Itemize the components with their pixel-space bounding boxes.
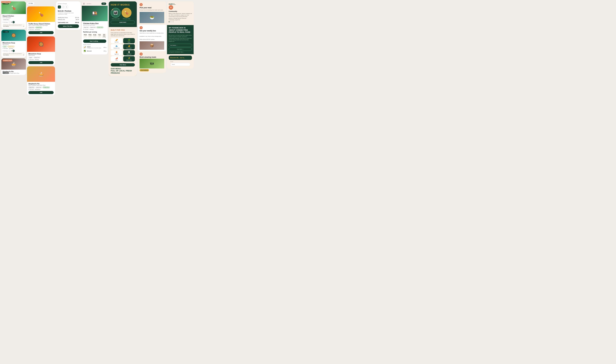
add-shepherds-btn[interactable]: Add: [28, 91, 54, 94]
nut-energy-label: Energy: [103, 37, 106, 38]
spicy-icon: 🌶️: [115, 57, 118, 59]
filter-button[interactable]: ⚙ Filter: [27, 2, 35, 5]
filter-nut-free[interactable]: 🥜 Nut-Free: [111, 38, 123, 43]
back-nav[interactable]: ← All Menu: [86, 3, 91, 4]
our-menu-title: OUR MENU:FULL OF LOCAL FRESHPRODUCE: [111, 68, 135, 74]
step2-label: Pick your meal: [123, 18, 130, 19]
free-seafood-badge: Free Seafood: [140, 69, 149, 71]
servings-ctrl-minestrone[interactable]: − 2 +: [8, 50, 15, 52]
broccoli-name: Broccoli: [87, 50, 103, 52]
meal-info-glazed: Glazed Chicken and Asparagus Protein Plu…: [1, 14, 26, 28]
num-options-row: 2 4 5: [58, 5, 79, 9]
ingredient-section: Finely chopped 🥕 Carrot Chopped into 1.5…: [83, 44, 106, 52]
filter-spicy[interactable]: 🌶️ Spicy: [111, 56, 123, 62]
protein-select-2[interactable]: No, thanks ▾: [3, 54, 24, 56]
increase-servings-btn-2[interactable]: +: [13, 50, 15, 52]
amazing-meals-image: 🍽: [140, 59, 164, 68]
nut-salt: 0.3g Salt: [97, 33, 102, 38]
add-minestrone-btn[interactable]: Add: [28, 61, 54, 64]
price-line-delivery: Delivery Fee $9.90: [58, 19, 79, 20]
vegan-icon: 🌿: [128, 39, 130, 41]
filter-seafood-free[interactable]: 🐟 Seafood-Free: [111, 44, 123, 49]
start-cooking-button[interactable]: Start Cooking →: [83, 39, 106, 43]
filter-label: Filter: [30, 3, 33, 4]
decrease-servings-btn-2[interactable]: −: [8, 50, 11, 52]
shepherds-body: Shepherd's Pie With Cheddar Mash Bok Cho…: [27, 82, 55, 95]
minestrone-image: 🥘: [27, 36, 55, 52]
servings-label: 2 Servings: [2, 22, 8, 23]
our-menu-section: OUR MENU:FULL OF LOCAL FRESHPRODUCE: [111, 68, 135, 74]
chevron-down-icon-2: ▾: [23, 54, 24, 56]
num-opt-5[interactable]: 5: [65, 5, 68, 9]
filter-pescatarian[interactable]: 🐠 Pescatarian: [123, 44, 135, 49]
meal-card-glazed-chicken: 🍗 ✓ In Box Glazed Chicken and Asparagus …: [1, 1, 26, 28]
dot-4[interactable]: [173, 21, 174, 22]
menu-col2: ⚙ Filter 🍗 New Truffle Honey Glazed Chic…: [27, 1, 55, 95]
menu-card-truffle-chicken: 🍗 New Truffle Honey Glazed Chicken With …: [27, 6, 55, 35]
dot-1[interactable]: [169, 21, 169, 22]
dairy-icon: 🥛: [128, 51, 130, 53]
our-values-section: OUR V... ♥ Community Being a Perth-based…: [167, 1, 194, 25]
num-opt-2[interactable]: 2: [58, 5, 61, 9]
tag-vegan-2: Vegan: [28, 57, 33, 58]
servings-count-2: 2: [11, 50, 12, 52]
get-started-button[interactable]: Get Started →: [169, 44, 192, 47]
seafood-icon: 🐟: [115, 45, 118, 47]
step1-label: Select your plan: [112, 18, 120, 19]
diet-tags-minestrone: Vegan Gluten-Free: [2, 46, 25, 47]
step3-section: 3 Get your weekly box Select two or more…: [138, 25, 166, 51]
learn-more-button[interactable]: Learn more: [111, 21, 135, 24]
tag-protein-plus-1: Protein Plus: [35, 27, 42, 28]
carrot-info: Carrot Chopped into 1.5 cm thick strips: [87, 46, 103, 48]
servings-label-2: 2 Servings: [2, 50, 8, 52]
add-truffle-chicken-btn[interactable]: Add: [28, 31, 54, 34]
weekly-label: Weekly Box Price: [58, 17, 68, 18]
meal-name-minestrone: Minestrone Soup: [2, 42, 25, 44]
step2-num: 2: [122, 8, 124, 10]
ingredient-broccoli: 🥦 Broccoli 150 g: [83, 49, 106, 52]
select-box-button[interactable]: Select This Box →: [58, 24, 79, 28]
protein-option: No, thanks: [3, 26, 9, 27]
step4-heading: Book amazing meals: [140, 56, 164, 58]
filter-dairy-free[interactable]: 🥛 Dairy-Free: [123, 50, 135, 55]
nut-fat: 35.5g Fat: [83, 33, 87, 38]
filter-vegan[interactable]: 🌿 Vegan: [123, 38, 135, 43]
recipe-sub: with Broccoli and Carrot: [83, 25, 106, 26]
email-input[interactable]: [170, 63, 190, 66]
egg-free-label: Egg-Free: [115, 54, 119, 55]
recipe-main-image: 🍱: [82, 6, 108, 21]
nut-energy: 870 kcal Energy: [102, 33, 106, 38]
nut-salt-label: Salt: [98, 35, 101, 36]
join-button[interactable]: Join: [101, 2, 106, 5]
email-section: Email: [169, 60, 192, 67]
filter-gluten-free[interactable]: 🌾 Gluten-Free: [123, 56, 135, 62]
increase-servings-btn[interactable]: +: [13, 21, 15, 23]
built-for-you-text: Every meal box is customised on the menu…: [111, 32, 135, 37]
view-menu-button[interactable]: View Menu: [111, 63, 135, 66]
dot-3[interactable]: [171, 21, 172, 22]
gluten-free-label: Gluten-Free: [127, 60, 132, 61]
pescatarian-icon: 🐠: [128, 45, 130, 47]
view-menu-button-2[interactable]: View Menu →: [169, 48, 192, 51]
diff-icon-2: 🍽 Easy: [35, 59, 39, 60]
tag-gf: Gluten-Free: [8, 46, 14, 47]
step1-image: 1 👨‍👩‍👧: [111, 8, 121, 18]
servings-row-glazed: 2 Servings − 2 +: [2, 21, 25, 23]
nut-fat-label: Fat: [84, 35, 87, 36]
num-opt-4[interactable]: 4: [62, 5, 64, 9]
servings-ctrl-glazed[interactable]: − 2 +: [8, 21, 15, 23]
nut-salt-val: 0.3g: [98, 34, 101, 35]
filter-egg-free[interactable]: 🥚 Egg-Free: [111, 50, 123, 55]
dot-2[interactable]: [170, 21, 171, 22]
nut-carbs-label: Carbs: [88, 35, 92, 36]
step3-text: Select two or more meals from our weekly…: [140, 32, 164, 40]
minestrone-body: Minestrone Soup With Risoni Vegan Gluten…: [27, 52, 55, 65]
meal-info-minestrone: Minestrone Soup with Risoni Vegan Gluten…: [1, 41, 26, 57]
divider-1: [58, 16, 79, 16]
our-values-title: OUR V...: [169, 3, 192, 5]
decrease-servings-btn[interactable]: −: [8, 21, 11, 23]
protein-select[interactable]: No, thanks ▾: [3, 26, 24, 27]
comfort-badge: Comfort Food: [2, 60, 13, 62]
recipe-header: ☰ ← All Menu Join: [82, 1, 108, 6]
hamburger-icon[interactable]: ☰: [83, 3, 85, 5]
